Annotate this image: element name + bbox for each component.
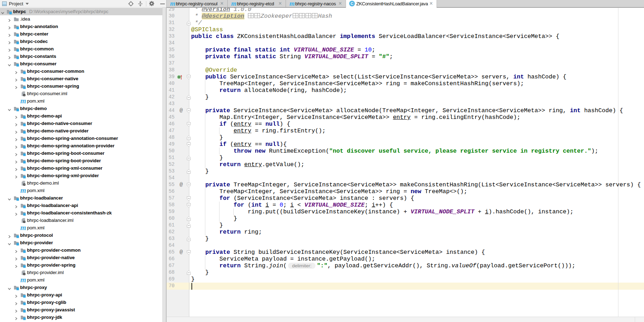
svg-text:C: C — [351, 1, 353, 6]
